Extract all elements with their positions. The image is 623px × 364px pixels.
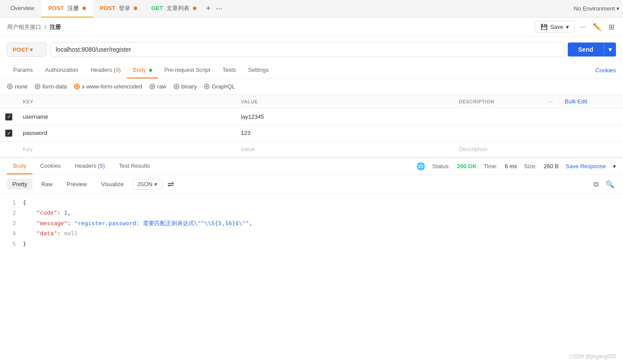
body-type-raw[interactable]: raw	[150, 83, 167, 90]
wrap-button[interactable]: ⇌	[167, 180, 174, 189]
resp-format-pretty[interactable]: Pretty	[7, 179, 32, 190]
resp-format-raw[interactable]: Raw	[36, 179, 58, 190]
request-tabs: Params Authorization Headers (9) Body Pr…	[0, 62, 623, 79]
json-format-selector[interactable]: JSON ▾	[132, 179, 162, 190]
row-desc-1[interactable]	[454, 125, 542, 141]
radio-form-data	[35, 84, 40, 89]
new-row-check-col	[0, 141, 18, 157]
tab-pre-request[interactable]: Pre-request Script	[158, 62, 217, 78]
body-type-graphql[interactable]: GraphQL	[204, 83, 235, 90]
response-code-area: 1 { 2 "code": 1, 3 "message": "register.…	[0, 194, 623, 264]
url-input[interactable]	[50, 42, 564, 57]
more-tabs-button[interactable]: ···	[213, 3, 225, 14]
code-line-1: 1 {	[7, 198, 616, 208]
status-text-label: Status:	[432, 163, 450, 170]
tabs-bar: Overview POST 注册 POST 登录 GET 文章列表 + ··· …	[0, 0, 623, 18]
row-value-1[interactable]: 123	[235, 125, 453, 141]
tab-name-3: 文章列表	[167, 4, 189, 12]
bulk-edit-col: Bulk Edit	[559, 95, 623, 109]
method-chevron-icon: ▾	[30, 46, 33, 53]
body-type-form-data[interactable]: form-data	[35, 83, 67, 90]
chevron-down-icon: ▾	[616, 5, 619, 12]
body-type-graphql-label: GraphQL	[212, 83, 235, 90]
body-type-form-data-label: form-data	[43, 83, 67, 90]
response-section: Body Cookies Headers (5) Test Results 🌐 …	[0, 157, 623, 264]
tab-overview[interactable]: Overview	[4, 0, 41, 18]
response-actions: ⧉ 🔍	[592, 178, 616, 190]
body-type-url-encoded[interactable]: x-www-form-urlencoded	[74, 83, 142, 90]
body-type-none-label: none	[15, 83, 28, 90]
row-check-1[interactable]: ✓	[0, 125, 18, 141]
row-extra-0	[559, 109, 623, 125]
more-options-button[interactable]: ···	[578, 21, 587, 33]
radio-binary	[174, 84, 179, 89]
resp-tab-body[interactable]: Body	[7, 158, 32, 174]
body-type-options: none form-data x-www-form-urlencoded raw…	[0, 79, 623, 95]
copy-response-button[interactable]: ⧉	[592, 179, 600, 190]
checkbox-0[interactable]: ✓	[5, 113, 12, 120]
checkbox-1[interactable]: ✓	[5, 130, 12, 137]
radio-none	[7, 84, 13, 89]
search-response-button[interactable]: 🔍	[604, 178, 616, 190]
env-selector[interactable]: No Environment ▾	[574, 5, 619, 12]
resp-tab-test-results[interactable]: Test Results	[113, 158, 156, 174]
watermark: CSDN @jingling555	[569, 353, 616, 360]
resp-tab-headers[interactable]: Headers (5)	[69, 158, 111, 174]
send-button-main[interactable]: Send	[568, 42, 604, 57]
body-type-binary-label: binary	[182, 83, 197, 90]
code-line-5: 5 }	[7, 239, 616, 249]
tab-method-1: POST	[48, 5, 64, 11]
tab-method-3: GET	[151, 5, 163, 11]
tab-params[interactable]: Params	[7, 62, 39, 78]
tab-authorization[interactable]: Authorization	[39, 62, 85, 78]
edit-button[interactable]: ✏️	[591, 21, 603, 33]
save-label: Save	[550, 24, 563, 30]
new-row-key[interactable]: Key	[18, 141, 235, 157]
resp-format-visualize[interactable]: Visualize	[96, 179, 129, 190]
tab-method-2: POST	[100, 5, 115, 11]
layout-button[interactable]: ⊞	[607, 21, 616, 33]
response-tabs-bar: Body Cookies Headers (5) Test Results 🌐 …	[0, 158, 623, 175]
row-check-0[interactable]: ✓	[0, 109, 18, 125]
tab-headers[interactable]: Headers (9)	[85, 62, 127, 78]
tab-post-login[interactable]: POST 登录	[93, 0, 144, 18]
url-bar: POST ▾ Send ▾	[0, 37, 623, 62]
body-type-binary[interactable]: binary	[174, 83, 197, 90]
tab-body[interactable]: Body	[127, 62, 158, 78]
method-label: POST	[13, 46, 28, 53]
row-desc-0[interactable]	[454, 109, 542, 125]
resp-format-preview[interactable]: Preview	[61, 179, 92, 190]
env-label: No Environment	[574, 5, 615, 12]
tab-name-2: 登录	[119, 4, 130, 12]
cookies-link[interactable]: Cookies	[595, 67, 616, 74]
tab-dot-1	[82, 7, 86, 10]
tab-post-register[interactable]: POST 注册	[41, 0, 93, 18]
method-selector[interactable]: POST ▾	[7, 42, 46, 57]
save-response-arrow-icon[interactable]: ▾	[613, 163, 616, 170]
add-tab-button[interactable]: +	[203, 3, 214, 14]
tab-get-articles[interactable]: GET 文章列表	[144, 0, 203, 18]
resp-tab-cookies[interactable]: Cookies	[34, 158, 67, 174]
radio-url-encoded	[74, 84, 80, 89]
new-row-desc[interactable]: Description	[454, 141, 542, 157]
tab-tests[interactable]: Tests	[216, 62, 242, 78]
row-key-0[interactable]: username	[18, 109, 235, 125]
more-kv-icon: ···	[548, 99, 553, 104]
table-row: ✓ password 123	[0, 125, 623, 141]
save-response-button[interactable]: Save Response	[566, 163, 606, 170]
time-text-label: Time:	[484, 163, 498, 170]
size-value: 260 B	[544, 163, 559, 170]
bulk-edit-button[interactable]: Bulk Edit	[565, 98, 587, 105]
send-dropdown-icon[interactable]: ▾	[604, 42, 616, 57]
body-dot	[149, 69, 152, 72]
tab-settings[interactable]: Settings	[242, 62, 275, 78]
row-actions-0	[542, 109, 559, 125]
body-type-none[interactable]: none	[7, 83, 28, 90]
table-row: ✓ username lay12345	[0, 109, 623, 125]
send-button[interactable]: Send ▾	[568, 42, 616, 57]
row-value-0[interactable]: lay12345	[235, 109, 453, 125]
save-button[interactable]: 💾 Save ▾	[535, 21, 575, 33]
col-check	[0, 95, 18, 109]
row-key-1[interactable]: password	[18, 125, 235, 141]
new-row-value[interactable]: Value	[235, 141, 453, 157]
